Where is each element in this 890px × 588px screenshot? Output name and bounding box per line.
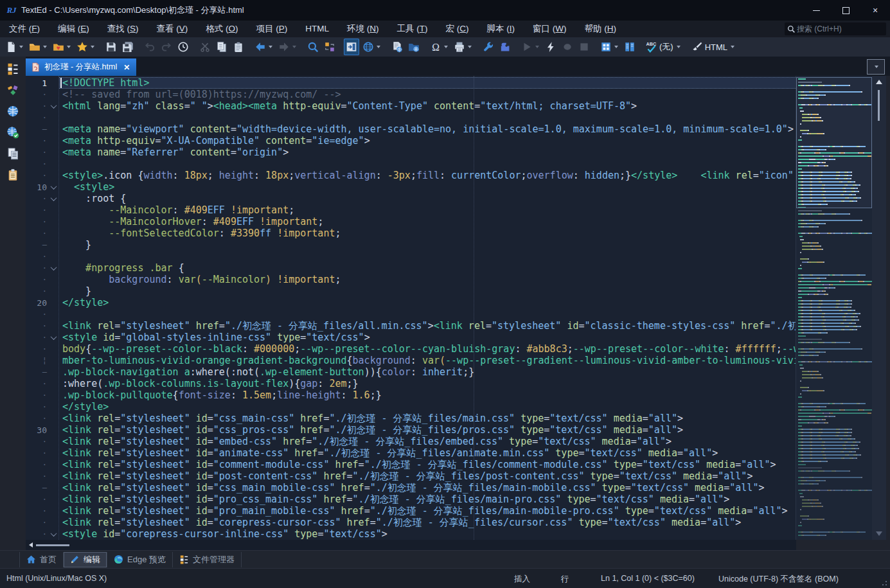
maximize-button[interactable]	[831, 0, 860, 21]
chevron-down-icon[interactable]	[43, 46, 47, 48]
save-all-button[interactable]	[120, 39, 136, 55]
chevron-down-icon[interactable]	[292, 46, 296, 48]
gutter-line[interactable]: ·	[26, 89, 58, 100]
code-line[interactable]: <link rel="stylesheet" id="css_main-css"…	[59, 413, 796, 424]
vertical-scrollbar[interactable]	[872, 76, 886, 540]
code-line[interactable]: <meta name="viewport" content="width=dev…	[59, 123, 796, 135]
fold-toggle-icon[interactable]	[48, 528, 58, 540]
gutter-line[interactable]: ·	[26, 158, 58, 170]
gutter-line[interactable]: ·	[26, 204, 58, 216]
menu-find[interactable]: 查找 (S)	[98, 21, 148, 37]
menu-view[interactable]: 查看 (V)	[148, 21, 197, 37]
gutter-line[interactable]: ·	[26, 447, 58, 459]
menu-window[interactable]: 窗口 (W)	[524, 21, 576, 37]
open-in-browser-button[interactable]	[406, 39, 422, 55]
gutter-line[interactable]: ·	[26, 216, 58, 227]
stop-macro-button[interactable]	[576, 39, 592, 55]
code-line[interactable]: .wp-block-navigation a:where(:not(.wp-el…	[59, 366, 796, 378]
code-line[interactable]: <style id="global-styles-inline-css" typ…	[59, 332, 796, 343]
document-tab[interactable]: 初念瑾 - 分享站.html ✕	[26, 58, 136, 76]
code-line[interactable]: <link rel="stylesheet" id="css_pros-css"…	[59, 424, 796, 436]
fold-toggle-icon[interactable]	[48, 100, 58, 112]
spell-check-button[interactable]: ABC(无)	[644, 39, 683, 55]
sidebar-snippets-button[interactable]	[3, 82, 22, 101]
menu-tools[interactable]: 工具 (T)	[388, 21, 437, 37]
status-encoding[interactable]: Unicode (UTF-8) 不含签名 (BOM)	[718, 574, 839, 585]
scroll-down-icon[interactable]	[876, 531, 882, 536]
gutter-line[interactable]: ·	[26, 343, 58, 355]
resize-grip[interactable]	[880, 578, 887, 585]
settings-tools-button[interactable]	[481, 39, 496, 55]
code-line[interactable]: background: var(--Maincolor) !important;	[59, 274, 796, 285]
search-input[interactable]	[796, 24, 874, 34]
code-line[interactable]: <!-- saved from url=(0018)https://myzwq.…	[59, 89, 796, 100]
search-button[interactable]	[305, 39, 321, 55]
code-line[interactable]: :where(.wp-block-columns.is-layout-flex)…	[59, 378, 796, 389]
quick-run-button[interactable]	[543, 39, 558, 55]
status-line-mode[interactable]: 行	[561, 574, 569, 585]
code-line[interactable]: <link rel="stylesheet" id="comment-modul…	[59, 459, 796, 470]
code-line[interactable]: <link rel="stylesheet" id="css_main_mobi…	[59, 482, 796, 494]
sidebar-web-validate-button[interactable]	[3, 124, 22, 143]
scroll-left-icon[interactable]	[29, 542, 33, 548]
menu-macro[interactable]: 宏 (C)	[437, 21, 478, 37]
browser-view-button[interactable]	[360, 39, 383, 55]
gutter-line[interactable]: –	[26, 123, 58, 135]
cut-button[interactable]	[197, 39, 213, 55]
gutter-line[interactable]: ·	[26, 517, 58, 528]
window-layout-button[interactable]	[598, 39, 621, 55]
view-tab-edge-preview[interactable]: Edge 预览	[107, 552, 173, 567]
menu-script[interactable]: 脚本 (I)	[478, 21, 524, 37]
redo-button[interactable]	[159, 39, 174, 55]
minimap[interactable]	[796, 76, 872, 540]
plugins-button[interactable]	[497, 39, 513, 55]
replace-button[interactable]	[322, 39, 337, 55]
code-area[interactable]: <!DOCTYPE html><!-- saved from url=(0018…	[59, 76, 796, 540]
gutter-line[interactable]: ·	[26, 378, 58, 389]
chevron-down-icon[interactable]	[677, 46, 681, 48]
chevron-down-icon[interactable]	[468, 46, 472, 48]
code-line[interactable]: <html lang="zh" class=" "><head><meta ht…	[59, 100, 796, 112]
gutter-line[interactable]: ·	[26, 470, 58, 482]
record-macro-button[interactable]	[560, 39, 575, 55]
side-panel-toggle-button[interactable]	[344, 39, 359, 55]
chevron-down-icon[interactable]	[377, 46, 380, 48]
code-line[interactable]: </style>	[59, 297, 796, 308]
menu-project[interactable]: 项目 (P)	[247, 21, 297, 37]
menu-environment[interactable]: 环境 (N)	[338, 21, 388, 37]
gutter-line[interactable]: 20	[26, 297, 58, 308]
special-characters-button[interactable]: Ω	[428, 39, 450, 55]
code-line[interactable]: --Maincolor: #409EFF !important;	[59, 204, 796, 216]
code-line[interactable]: mber-to-luminous-vivid-orange-gradient-b…	[59, 355, 796, 366]
code-line[interactable]	[59, 251, 796, 262]
sidebar-clipboard-panel-button[interactable]	[3, 166, 22, 186]
open-file-button[interactable]	[27, 39, 49, 55]
print-button[interactable]	[452, 39, 474, 55]
gutter-line[interactable]: ·	[26, 135, 58, 147]
horizontal-scroll-thumb[interactable]	[36, 544, 69, 546]
code-line[interactable]	[59, 308, 796, 320]
gutter-line[interactable]: ·	[26, 413, 58, 424]
code-line[interactable]: #nprogress .bar {	[59, 262, 796, 274]
menu-help[interactable]: 帮助 (H)	[576, 21, 626, 37]
gutter-line[interactable]: –	[26, 366, 58, 378]
gutter-line[interactable]: ·	[26, 332, 58, 343]
copy-button[interactable]	[214, 39, 229, 55]
gutter-line[interactable]: ·	[26, 459, 58, 470]
gutter-line[interactable]: ·	[26, 401, 58, 413]
gutter-line[interactable]: 10	[26, 181, 58, 193]
code-line[interactable]: <link rel="stylesheet" id="pro_main_mobi…	[59, 505, 796, 517]
code-line[interactable]: <link rel="stylesheet" id="pro_css_main-…	[59, 494, 796, 505]
compare-button[interactable]	[622, 39, 637, 55]
paste-button[interactable]	[231, 39, 246, 55]
gutter-line[interactable]: ·	[26, 505, 58, 517]
sidebar-project-tree-button[interactable]	[3, 60, 22, 80]
code-line[interactable]: <link rel="stylesheet" href="./初念瑾 - 分享站…	[59, 320, 796, 332]
view-tab-home[interactable]: 首页	[19, 552, 64, 567]
gutter-line[interactable]: ·	[26, 112, 58, 123]
code-line[interactable]: <meta name="Referrer" content="origin">	[59, 147, 796, 158]
nav-forward-button[interactable]	[276, 39, 299, 55]
gutter-line[interactable]: ·	[26, 494, 58, 505]
code-line[interactable]: </style>	[59, 401, 796, 413]
nav-back-button[interactable]	[253, 39, 275, 55]
